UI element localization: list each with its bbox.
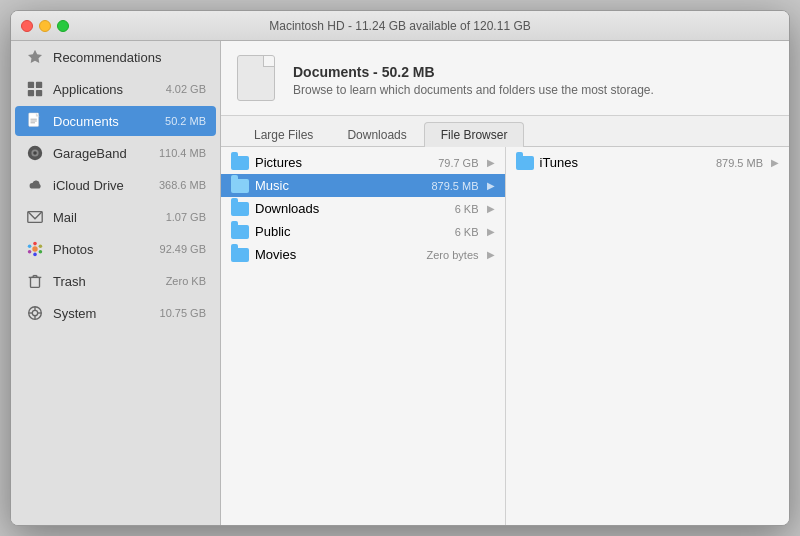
star-icon	[25, 47, 45, 67]
file-name-movies: Movies	[255, 247, 421, 262]
titlebar: Macintosh HD - 11.24 GB available of 120…	[11, 11, 789, 41]
file-size-itunes: 879.5 MB	[716, 157, 763, 169]
sidebar-item-garageband[interactable]: GarageBand 110.4 MB	[15, 138, 216, 168]
sidebar-item-garageband-size: 110.4 MB	[159, 147, 206, 159]
sidebar-item-trash-size: Zero KB	[166, 275, 206, 287]
minimize-button[interactable]	[39, 20, 51, 32]
garageband-icon	[25, 143, 45, 163]
file-size-public: 6 KB	[455, 226, 479, 238]
svg-point-16	[33, 253, 37, 257]
file-pane-left: Pictures 79.7 GB ▶ Music 879.5 MB ▶ Down…	[221, 147, 506, 525]
chevron-pictures: ▶	[487, 157, 495, 168]
window-controls	[21, 20, 69, 32]
sidebar: Recommendations Applications 4.02 GB	[11, 41, 221, 525]
file-size-movies: Zero bytes	[427, 249, 479, 261]
folder-icon-public	[231, 225, 249, 239]
sidebar-item-documents-size: 50.2 MB	[165, 115, 206, 127]
sidebar-item-photos[interactable]: Photos 92.49 GB	[15, 234, 216, 264]
svg-point-10	[33, 151, 37, 155]
sidebar-item-applications[interactable]: Applications 4.02 GB	[15, 74, 216, 104]
file-size-downloads: 6 KB	[455, 203, 479, 215]
doc-title: Documents - 50.2 MB	[293, 64, 654, 80]
chevron-downloads: ▶	[487, 203, 495, 214]
sidebar-item-photos-size: 92.49 GB	[160, 243, 206, 255]
svg-point-14	[39, 245, 43, 249]
svg-point-17	[28, 250, 32, 254]
chevron-movies: ▶	[487, 249, 495, 260]
file-row-public[interactable]: Public 6 KB ▶	[221, 220, 505, 243]
folder-icon-downloads	[231, 202, 249, 216]
sidebar-item-trash-label: Trash	[53, 274, 158, 289]
docs-icon	[25, 111, 45, 131]
folder-icon-movies	[231, 248, 249, 262]
chevron-itunes: ▶	[771, 157, 779, 168]
sidebar-item-trash[interactable]: Trash Zero KB	[15, 266, 216, 296]
svg-point-12	[32, 246, 37, 251]
trash-icon	[25, 271, 45, 291]
file-size-pictures: 79.7 GB	[438, 157, 478, 169]
file-name-music: Music	[255, 178, 425, 193]
sidebar-item-system-label: System	[53, 306, 152, 321]
sidebar-item-applications-size: 4.02 GB	[166, 83, 206, 95]
apps-icon	[25, 79, 45, 99]
close-button[interactable]	[21, 20, 33, 32]
window-title: Macintosh HD - 11.24 GB available of 120…	[269, 19, 530, 33]
file-browser-content: Pictures 79.7 GB ▶ Music 879.5 MB ▶ Down…	[221, 147, 789, 525]
svg-rect-19	[31, 277, 40, 287]
tab-downloads[interactable]: Downloads	[330, 122, 423, 147]
doc-info: Documents - 50.2 MB Browse to learn whic…	[293, 64, 654, 97]
sidebar-item-documents[interactable]: Documents 50.2 MB	[15, 106, 216, 136]
right-panel: Documents - 50.2 MB Browse to learn whic…	[221, 41, 789, 525]
mail-icon	[25, 207, 45, 227]
sidebar-item-garageband-label: GarageBand	[53, 146, 151, 161]
file-row-itunes[interactable]: iTunes 879.5 MB ▶	[506, 151, 790, 174]
sidebar-item-applications-label: Applications	[53, 82, 158, 97]
file-name-public: Public	[255, 224, 449, 239]
tab-large-files[interactable]: Large Files	[237, 122, 330, 147]
file-row-downloads[interactable]: Downloads 6 KB ▶	[221, 197, 505, 220]
tab-file-browser[interactable]: File Browser	[424, 122, 525, 147]
chevron-public: ▶	[487, 226, 495, 237]
folder-icon-pictures	[231, 156, 249, 170]
svg-point-18	[28, 245, 32, 249]
svg-point-25	[32, 310, 37, 315]
main-content: Recommendations Applications 4.02 GB	[11, 41, 789, 525]
maximize-button[interactable]	[57, 20, 69, 32]
sidebar-item-system[interactable]: System 10.75 GB	[15, 298, 216, 328]
svg-point-15	[39, 250, 43, 254]
sidebar-item-icloud-label: iCloud Drive	[53, 178, 151, 193]
svg-rect-0	[28, 82, 34, 88]
sidebar-item-recommendations-label: Recommendations	[53, 50, 206, 65]
photos-icon	[25, 239, 45, 259]
main-window: Macintosh HD - 11.24 GB available of 120…	[10, 10, 790, 526]
folder-icon-music	[231, 179, 249, 193]
file-name-pictures: Pictures	[255, 155, 432, 170]
cloud-icon	[25, 175, 45, 195]
system-icon	[25, 303, 45, 323]
chevron-music: ▶	[487, 180, 495, 191]
file-row-movies[interactable]: Movies Zero bytes ▶	[221, 243, 505, 266]
file-name-itunes: iTunes	[540, 155, 710, 170]
sidebar-item-icloud[interactable]: iCloud Drive 368.6 MB	[15, 170, 216, 200]
doc-description: Browse to learn which documents and fold…	[293, 83, 654, 97]
sidebar-item-recommendations[interactable]: Recommendations	[15, 42, 216, 72]
tabs-bar: Large Files Downloads File Browser	[221, 116, 789, 147]
sidebar-item-mail-size: 1.07 GB	[166, 211, 206, 223]
sidebar-item-mail[interactable]: Mail 1.07 GB	[15, 202, 216, 232]
folder-icon-itunes	[516, 156, 534, 170]
sidebar-item-mail-label: Mail	[53, 210, 158, 225]
svg-rect-1	[36, 82, 42, 88]
file-row-pictures[interactable]: Pictures 79.7 GB ▶	[221, 151, 505, 174]
svg-rect-2	[28, 90, 34, 96]
file-pane-right: iTunes 879.5 MB ▶	[506, 147, 790, 525]
sidebar-item-photos-label: Photos	[53, 242, 152, 257]
svg-point-13	[33, 242, 37, 246]
sidebar-item-icloud-size: 368.6 MB	[159, 179, 206, 191]
sidebar-item-documents-label: Documents	[53, 114, 157, 129]
file-size-music: 879.5 MB	[431, 180, 478, 192]
document-icon	[237, 55, 279, 105]
svg-rect-3	[36, 90, 42, 96]
file-row-music[interactable]: Music 879.5 MB ▶	[221, 174, 505, 197]
file-name-downloads: Downloads	[255, 201, 449, 216]
doc-header: Documents - 50.2 MB Browse to learn whic…	[221, 41, 789, 116]
